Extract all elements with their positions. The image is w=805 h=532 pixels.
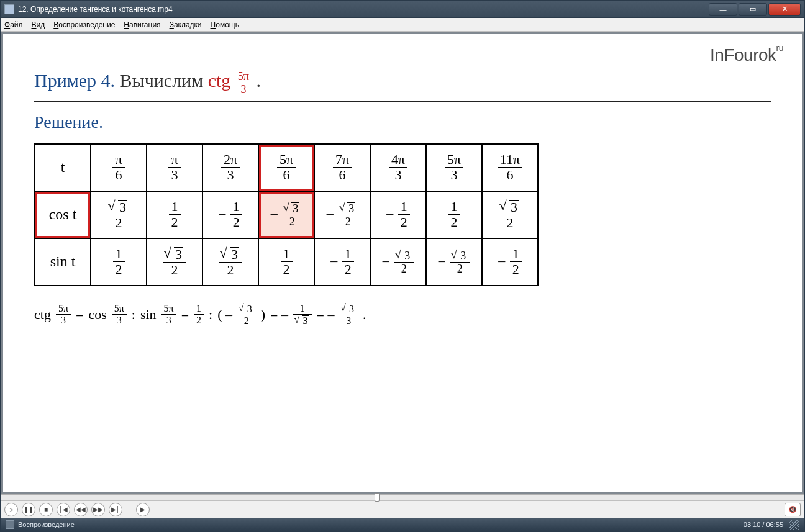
- table-cell: – 32: [258, 191, 314, 238]
- table-cell: 12: [258, 238, 314, 286]
- total-time: 06:55: [766, 521, 783, 528]
- table-cell: 11π6: [482, 144, 538, 191]
- equation-piece: 12: [194, 304, 204, 325]
- equation-piece: =: [76, 307, 83, 323]
- app-icon: [4, 4, 14, 14]
- row-header: t: [35, 144, 91, 191]
- problem-prefix: Вычислим: [120, 70, 204, 91]
- equation-piece: :: [132, 307, 135, 323]
- func-name: ctg: [208, 70, 231, 91]
- content-frame: InFourokru Пример 4. Вычислим ctg 5π 3 .: [1, 32, 804, 494]
- table-cell: π3: [147, 144, 202, 191]
- video-area[interactable]: InFourokru Пример 4. Вычислим ctg 5π 3 .: [3, 34, 802, 492]
- divider: [34, 101, 771, 102]
- maximize-button[interactable]: ▭: [739, 3, 767, 16]
- equation-piece: ctg: [34, 307, 51, 323]
- table-cell: 32: [482, 191, 538, 238]
- table-cell: – 32: [426, 238, 482, 286]
- row-header: sin t: [35, 238, 91, 286]
- mute-button[interactable]: 🔇: [785, 503, 801, 516]
- step-button[interactable]: ▶: [136, 503, 150, 516]
- time-display: 03:10 / 06:55: [744, 521, 783, 528]
- app-window: 12. Определение тангенса и котангенса.mp…: [0, 0, 805, 532]
- stop-button[interactable]: ■: [39, 503, 53, 516]
- close-button[interactable]: ✕: [768, 3, 801, 16]
- titlebar[interactable]: 12. Определение тангенса и котангенса.mp…: [1, 1, 804, 18]
- current-time: 03:10: [744, 521, 761, 528]
- menubar: Файл Вид Воспроизведение Навигация Закла…: [1, 18, 804, 32]
- row-header: cos t: [35, 191, 91, 238]
- statusbar: Воспроизведение 03:10 / 06:55: [1, 518, 804, 531]
- table-cell: 12: [147, 191, 202, 238]
- table-cell: 5π3: [426, 144, 482, 191]
- table-cell: – 12: [314, 238, 370, 286]
- menu-file[interactable]: Файл: [4, 20, 23, 29]
- forward-button[interactable]: ▶▶: [91, 503, 105, 516]
- window-buttons: — ▭ ✕: [707, 3, 801, 16]
- brand-logo: InFourokru: [710, 45, 783, 65]
- equation-piece: 33: [339, 304, 358, 326]
- playback-state: Воспроизведение: [18, 521, 75, 528]
- solution-label: Решение.: [34, 112, 771, 132]
- rewind-button[interactable]: ◀◀: [74, 503, 88, 516]
- table-cell: 32: [202, 238, 258, 286]
- period: .: [256, 70, 261, 91]
- problem-heading: Пример 4. Вычислим ctg 5π 3 .: [34, 70, 771, 95]
- equation-piece: 5π3: [161, 304, 176, 325]
- equation-piece: =: [181, 307, 189, 323]
- table-cell: 32: [91, 191, 147, 238]
- menu-view[interactable]: Вид: [32, 20, 45, 29]
- table-cell: – 12: [202, 191, 258, 238]
- table-cell: 12: [91, 238, 147, 286]
- resize-grip[interactable]: [789, 520, 799, 530]
- play-button[interactable]: ▷: [4, 503, 18, 516]
- equation-piece: sin: [140, 307, 157, 323]
- menu-navigation[interactable]: Навигация: [124, 20, 160, 29]
- slide-content: InFourokru Пример 4. Вычислим ctg 5π 3 .: [3, 34, 802, 492]
- equation-piece: cos: [88, 307, 106, 323]
- equation-piece: = –: [317, 307, 335, 323]
- status-icon: [6, 520, 14, 529]
- brand-suffix: ru: [776, 43, 783, 53]
- next-track-button[interactable]: ▶│: [109, 503, 122, 516]
- seek-bar[interactable]: [1, 494, 804, 500]
- equation-line: ctg5π3=cos5π3:sin5π3 =12:( –32) = –13 = …: [34, 304, 771, 326]
- trig-table: tπ6π32π35π67π64π35π311π6cos t3212– 12– 3…: [34, 143, 539, 286]
- equation-piece: 32: [237, 304, 256, 326]
- table-cell: – 12: [370, 191, 426, 238]
- equation-piece: 13: [293, 304, 312, 326]
- problem-arg: 5π 3: [235, 71, 252, 95]
- table-cell: – 32: [370, 238, 426, 286]
- pause-button[interactable]: ❚❚: [22, 503, 35, 516]
- example-label: Пример 4.: [34, 70, 115, 91]
- table-cell: 32: [147, 238, 202, 286]
- table-cell: 5π6: [258, 144, 314, 191]
- equation-piece: ): [261, 307, 265, 323]
- equation-piece: 5π3: [112, 304, 127, 325]
- equation-piece: :: [209, 307, 212, 323]
- playback-controls: ▷ ❚❚ ■ │◀ ◀◀ ▶▶ ▶│ ▶ 🔇: [1, 500, 804, 518]
- prev-track-button[interactable]: │◀: [57, 503, 70, 516]
- problem-function: ctg 5π 3: [208, 70, 257, 91]
- seek-thumb[interactable]: [375, 493, 380, 502]
- table-cell: – 32: [314, 191, 370, 238]
- table-cell: 12: [426, 191, 482, 238]
- table-cell: π6: [91, 144, 147, 191]
- equation-piece: .: [363, 307, 366, 323]
- equation-piece: = –: [270, 307, 288, 323]
- menu-help[interactable]: Помощь: [211, 20, 239, 29]
- table-cell: 2π3: [202, 144, 258, 191]
- window-title: 12. Определение тангенса и котангенса.mp…: [18, 5, 707, 14]
- menu-bookmarks[interactable]: Закладки: [170, 20, 202, 29]
- table-cell: – 12: [482, 238, 538, 286]
- menu-playback[interactable]: Воспроизведение: [53, 20, 115, 29]
- equation-piece: ( –: [217, 307, 232, 323]
- table-cell: 4π3: [370, 144, 426, 191]
- equation-piece: 5π3: [56, 304, 71, 325]
- brand-text: InFourok: [710, 45, 776, 65]
- table-cell: 7π6: [314, 144, 370, 191]
- minimize-button[interactable]: —: [709, 3, 737, 16]
